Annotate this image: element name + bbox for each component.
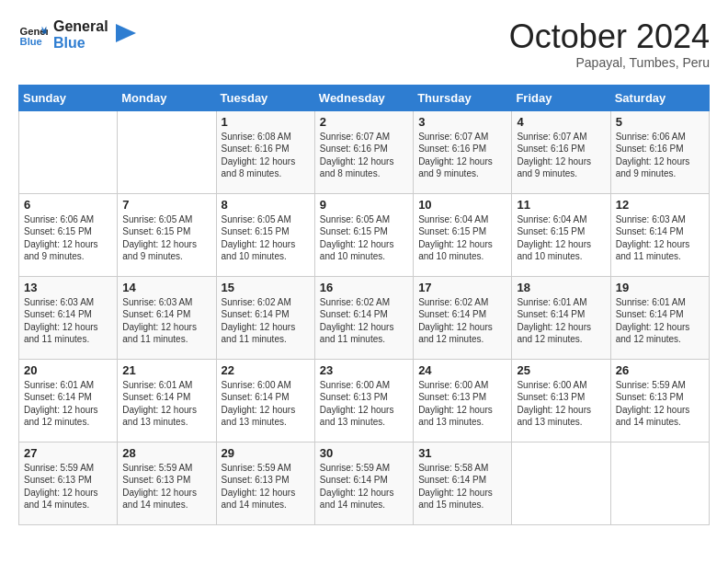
day-number: 15 [222, 281, 310, 294]
cell-info: Sunrise: 5:59 AM Sunset: 6:13 PM Dayligh… [24, 462, 112, 511]
calendar-cell: 24Sunrise: 6:00 AM Sunset: 6:13 PM Dayli… [414, 359, 512, 442]
day-number: 3 [418, 115, 506, 129]
calendar-cell: 14Sunrise: 6:03 AM Sunset: 6:14 PM Dayli… [118, 276, 216, 359]
cell-info: Sunrise: 6:01 AM Sunset: 6:14 PM Dayligh… [122, 379, 210, 429]
day-number: 28 [122, 446, 210, 460]
day-number: 10 [418, 198, 506, 212]
day-number: 2 [320, 115, 408, 129]
calendar-cell: 30Sunrise: 5:59 AM Sunset: 6:14 PM Dayli… [314, 442, 413, 524]
day-number: 22 [222, 363, 310, 377]
day-number: 13 [24, 281, 112, 294]
calendar-cell: 3Sunrise: 6:07 AM Sunset: 6:16 PM Daylig… [414, 110, 512, 193]
title-block: October 2024 Papayal, Tumbes, Peru [509, 18, 710, 70]
header-day: Friday [512, 85, 610, 110]
month-title: October 2024 [509, 18, 710, 55]
calendar-cell: 31Sunrise: 5:58 AM Sunset: 6:14 PM Dayli… [414, 442, 512, 524]
svg-text:Blue: Blue [20, 37, 42, 48]
calendar-cell: 2Sunrise: 6:07 AM Sunset: 6:16 PM Daylig… [314, 110, 413, 193]
header-day: Saturday [610, 85, 709, 110]
svg-marker-4 [116, 24, 136, 42]
cell-info: Sunrise: 6:04 AM Sunset: 6:15 PM Dayligh… [517, 213, 605, 263]
day-number: 17 [418, 281, 506, 294]
cell-info: Sunrise: 6:02 AM Sunset: 6:14 PM Dayligh… [320, 296, 408, 346]
day-number: 23 [320, 363, 408, 377]
calendar-cell: 5Sunrise: 6:06 AM Sunset: 6:16 PM Daylig… [610, 110, 709, 193]
day-number: 1 [222, 115, 310, 129]
calendar-body: 1Sunrise: 6:08 AM Sunset: 6:16 PM Daylig… [19, 110, 710, 524]
calendar-cell: 18Sunrise: 6:01 AM Sunset: 6:14 PM Dayli… [512, 276, 610, 359]
day-number: 12 [616, 198, 704, 212]
day-number: 29 [222, 446, 310, 460]
cell-info: Sunrise: 5:58 AM Sunset: 6:14 PM Dayligh… [418, 462, 506, 511]
calendar-cell: 26Sunrise: 5:59 AM Sunset: 6:13 PM Dayli… [610, 359, 709, 442]
cell-info: Sunrise: 6:06 AM Sunset: 6:15 PM Dayligh… [24, 213, 112, 263]
cell-info: Sunrise: 6:02 AM Sunset: 6:14 PM Dayligh… [222, 296, 310, 346]
day-number: 16 [320, 281, 408, 294]
calendar-cell: 22Sunrise: 6:00 AM Sunset: 6:14 PM Dayli… [216, 359, 314, 442]
calendar-cell: 4Sunrise: 6:07 AM Sunset: 6:16 PM Daylig… [512, 110, 610, 193]
day-number: 27 [24, 446, 112, 460]
cell-info: Sunrise: 6:05 AM Sunset: 6:15 PM Dayligh… [222, 213, 310, 263]
day-number: 31 [418, 446, 506, 460]
calendar-week-row: 20Sunrise: 6:01 AM Sunset: 6:14 PM Dayli… [19, 359, 710, 442]
header-day: Tuesday [216, 85, 314, 110]
cell-info: Sunrise: 6:00 AM Sunset: 6:13 PM Dayligh… [320, 379, 408, 429]
day-number: 21 [122, 363, 210, 377]
cell-info: Sunrise: 6:07 AM Sunset: 6:16 PM Dayligh… [320, 131, 408, 180]
header-row: SundayMondayTuesdayWednesdayThursdayFrid… [19, 85, 710, 110]
logo-blue: Blue [53, 35, 108, 52]
calendar-cell: 12Sunrise: 6:03 AM Sunset: 6:14 PM Dayli… [610, 193, 709, 276]
cell-info: Sunrise: 6:07 AM Sunset: 6:16 PM Dayligh… [517, 131, 605, 180]
calendar-cell [512, 442, 610, 524]
calendar-week-row: 1Sunrise: 6:08 AM Sunset: 6:16 PM Daylig… [19, 110, 710, 193]
calendar-cell: 27Sunrise: 5:59 AM Sunset: 6:13 PM Dayli… [19, 442, 118, 524]
day-number: 24 [418, 363, 506, 377]
logo-general: General [53, 18, 108, 35]
calendar-cell: 15Sunrise: 6:02 AM Sunset: 6:14 PM Dayli… [216, 276, 314, 359]
calendar-cell: 13Sunrise: 6:03 AM Sunset: 6:14 PM Dayli… [19, 276, 118, 359]
cell-info: Sunrise: 6:06 AM Sunset: 6:16 PM Dayligh… [616, 131, 704, 180]
day-number: 11 [517, 198, 605, 212]
calendar-cell: 8Sunrise: 6:05 AM Sunset: 6:15 PM Daylig… [216, 193, 314, 276]
cell-info: Sunrise: 6:00 AM Sunset: 6:13 PM Dayligh… [418, 379, 506, 429]
calendar-cell: 28Sunrise: 5:59 AM Sunset: 6:13 PM Dayli… [118, 442, 216, 524]
day-number: 30 [320, 446, 408, 460]
calendar-cell [118, 110, 216, 193]
calendar-cell: 10Sunrise: 6:04 AM Sunset: 6:15 PM Dayli… [414, 193, 512, 276]
day-number: 20 [24, 363, 112, 377]
calendar-cell: 23Sunrise: 6:00 AM Sunset: 6:13 PM Dayli… [314, 359, 413, 442]
calendar-header: SundayMondayTuesdayWednesdayThursdayFrid… [19, 85, 710, 110]
location: Papayal, Tumbes, Peru [509, 55, 710, 70]
cell-info: Sunrise: 6:00 AM Sunset: 6:14 PM Dayligh… [222, 379, 310, 429]
calendar-cell: 21Sunrise: 6:01 AM Sunset: 6:14 PM Dayli… [118, 359, 216, 442]
calendar-cell: 11Sunrise: 6:04 AM Sunset: 6:15 PM Dayli… [512, 193, 610, 276]
cell-info: Sunrise: 5:59 AM Sunset: 6:13 PM Dayligh… [222, 462, 310, 511]
day-number: 18 [517, 281, 605, 294]
day-number: 6 [24, 198, 112, 212]
day-number: 5 [616, 115, 704, 129]
calendar-cell: 7Sunrise: 6:05 AM Sunset: 6:15 PM Daylig… [118, 193, 216, 276]
calendar-cell: 6Sunrise: 6:06 AM Sunset: 6:15 PM Daylig… [19, 193, 118, 276]
day-number: 25 [517, 363, 605, 377]
header-day: Thursday [414, 85, 512, 110]
cell-info: Sunrise: 6:02 AM Sunset: 6:14 PM Dayligh… [418, 296, 506, 346]
header-day: Monday [118, 85, 216, 110]
day-number: 7 [122, 198, 210, 212]
page-header: General Blue General Blue October 2024 P… [18, 18, 710, 70]
calendar-week-row: 27Sunrise: 5:59 AM Sunset: 6:13 PM Dayli… [19, 442, 710, 524]
calendar-cell: 20Sunrise: 6:01 AM Sunset: 6:14 PM Dayli… [19, 359, 118, 442]
cell-info: Sunrise: 6:05 AM Sunset: 6:15 PM Dayligh… [122, 213, 210, 263]
cell-info: Sunrise: 5:59 AM Sunset: 6:14 PM Dayligh… [320, 462, 408, 511]
day-number: 19 [616, 281, 704, 294]
cell-info: Sunrise: 6:04 AM Sunset: 6:15 PM Dayligh… [418, 213, 506, 263]
calendar-cell: 1Sunrise: 6:08 AM Sunset: 6:16 PM Daylig… [216, 110, 314, 193]
cell-info: Sunrise: 5:59 AM Sunset: 6:13 PM Dayligh… [616, 379, 704, 429]
calendar-cell: 29Sunrise: 5:59 AM Sunset: 6:13 PM Dayli… [216, 442, 314, 524]
cell-info: Sunrise: 5:59 AM Sunset: 6:13 PM Dayligh… [122, 462, 210, 511]
calendar-cell: 25Sunrise: 6:00 AM Sunset: 6:13 PM Dayli… [512, 359, 610, 442]
calendar-cell: 17Sunrise: 6:02 AM Sunset: 6:14 PM Dayli… [414, 276, 512, 359]
cell-info: Sunrise: 6:01 AM Sunset: 6:14 PM Dayligh… [517, 296, 605, 346]
day-number: 14 [122, 281, 210, 294]
calendar-cell: 19Sunrise: 6:01 AM Sunset: 6:14 PM Dayli… [610, 276, 709, 359]
calendar-cell [610, 442, 709, 524]
